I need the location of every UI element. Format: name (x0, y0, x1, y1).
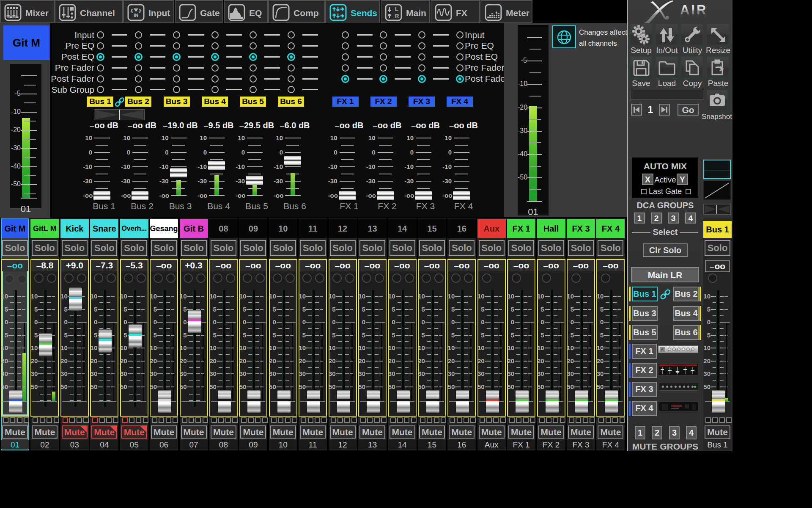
svg-text:IN: IN (134, 13, 138, 18)
svg-text:L: L (395, 6, 398, 12)
svg-text:AIR: AIR (680, 3, 708, 17)
svg-text:R: R (395, 13, 399, 19)
